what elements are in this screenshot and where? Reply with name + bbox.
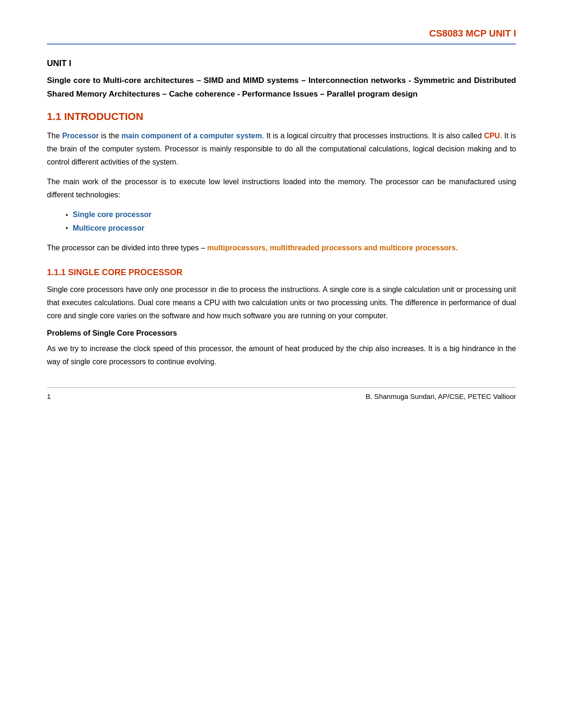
problems-heading: Problems of Single Core Processors — [47, 329, 516, 338]
intro-block: Single core to Multi-core architectures … — [47, 74, 516, 101]
para1-cpu: CPU — [484, 132, 500, 140]
section-11-para1: The Processor is the main component of a… — [47, 129, 516, 169]
footer-author: B. Shanmuga Sundari, AP/CSE, PETEC Valli… — [365, 392, 516, 400]
bullet-list: Single core processor Multicore processo… — [66, 208, 516, 235]
para3-prefix: The processor can be divided into three … — [47, 244, 207, 252]
para3-highlight: multiprocessors, multithreaded processor… — [207, 244, 458, 252]
section-11-title: 1.1 INTRODUCTION — [47, 111, 516, 123]
bullet-item-multicore-label: Multicore processor — [73, 222, 145, 235]
bullet-item-single-core: Single core processor — [66, 208, 516, 222]
section-111-title: 1.1.1 SINGLE CORE PROCESSOR — [47, 268, 516, 278]
problems-para: As we try to increase the clock speed of… — [47, 342, 516, 368]
section-11-para2: The main work of the processor is to exe… — [47, 175, 516, 202]
page-number: 1 — [47, 392, 51, 400]
page-footer: 1 B. Shanmuga Sundari, AP/CSE, PETEC Val… — [47, 392, 516, 400]
para1-rest: . It is a logical circuitry that process… — [262, 132, 484, 140]
para1-main-component: main component of a computer system — [122, 132, 262, 140]
bullet-item-multicore: Multicore processor — [66, 222, 516, 235]
footer-divider — [47, 387, 516, 388]
header-divider — [47, 44, 516, 45]
section-111-para1: Single core processors have only one pro… — [47, 283, 516, 323]
page-header: CS8083 MCP UNIT I — [47, 28, 516, 39]
para1-prefix: The — [47, 132, 62, 140]
unit-label: UNIT I — [47, 59, 516, 68]
para1-middle: is the — [99, 132, 122, 140]
page: CS8083 MCP UNIT I UNIT I Single core to … — [0, 0, 563, 728]
section-11-para3: The processor can be divided into three … — [47, 241, 516, 255]
para1-processor: Processor — [62, 132, 99, 140]
bullet-item-single-core-label: Single core processor — [73, 208, 152, 222]
header-title: CS8083 MCP UNIT I — [429, 28, 516, 38]
